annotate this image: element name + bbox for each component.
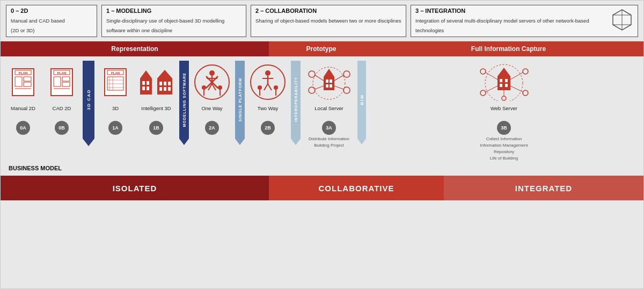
svg-rect-36	[168, 82, 171, 85]
manual-2d-label: Manual 2D	[11, 105, 35, 118]
svg-rect-81	[505, 79, 508, 82]
collaboration-icon-twoway	[249, 63, 287, 101]
two-way-label: Two Way	[258, 105, 279, 118]
stage-3-icon	[611, 9, 633, 31]
local-server-sublabels: Distribute InformationBuilding Project	[309, 136, 349, 149]
prototype-label: Prototype	[306, 45, 336, 53]
interop-bar: INTEROPERABILITY	[291, 61, 301, 139]
svg-text:PLAN: PLAN	[111, 71, 120, 75]
web-server-icon-area	[479, 61, 530, 104]
one-way-icon-area	[193, 61, 231, 104]
svg-line-72	[315, 86, 324, 89]
local-server-icon-area	[306, 61, 352, 104]
category-bars: Representation Prototype Full Informatio…	[1, 41, 643, 56]
svg-point-90	[523, 90, 528, 96]
main-container: 0 – 2D Manual and CAD based(2D or 3D) 1 …	[0, 0, 644, 289]
svg-line-76	[334, 86, 343, 89]
isolated-label: ISOLATED	[113, 184, 157, 193]
svg-point-71	[309, 87, 315, 93]
stage-1-box: 1 – MODELLING Single-disciplinary use of…	[101, 5, 246, 37]
svg-rect-31	[147, 86, 149, 90]
modelling-sw-label: MODELLING SOFTWARE	[182, 73, 186, 127]
network-icon-localserver	[306, 63, 352, 101]
cad-2d-item: PLAN CAD 2D 0B	[42, 61, 81, 135]
svg-rect-66	[330, 80, 332, 83]
intelligent-3d-icon-area	[139, 61, 174, 104]
svg-point-69	[309, 71, 315, 77]
single-platform-arrow	[235, 139, 245, 145]
collaboration-icon-oneway	[193, 63, 231, 101]
stage-1-title: 1 – MODELLING	[106, 8, 241, 14]
bim-bar-container: BIM	[356, 61, 368, 155]
svg-rect-80	[500, 79, 502, 82]
integrated-bar: INTEGRATED	[444, 176, 643, 200]
isolated-bar: ISOLATED	[1, 176, 269, 200]
plan-icon-cad2d: PLAN	[50, 68, 73, 96]
svg-marker-79	[497, 68, 510, 76]
svg-rect-39	[168, 87, 171, 91]
3d-cad-bar: 3D CAD	[83, 61, 94, 139]
svg-rect-83	[505, 84, 508, 87]
stage-3-title: 3 – INTEGRATION	[415, 8, 608, 14]
svg-rect-78	[497, 76, 510, 90]
single-platform-bar: SINGLE PLATFORM	[235, 61, 245, 139]
svg-text:PLAN: PLAN	[19, 71, 27, 75]
svg-point-88	[523, 69, 528, 74]
local-server-badge: 3A	[322, 121, 336, 135]
manual-2d-badge: 0A	[16, 121, 30, 135]
svg-point-84	[480, 69, 486, 74]
svg-rect-33	[157, 78, 172, 95]
full-info-label: Full Information Capture	[471, 45, 546, 53]
business-model-label: BUSINESS MODEL	[9, 165, 62, 171]
intelligent-3d-badge: 1B	[149, 121, 163, 135]
svg-marker-64	[324, 69, 334, 77]
stage-1-desc: Single-disciplinary use of object-based …	[106, 18, 224, 33]
svg-marker-40	[157, 70, 172, 78]
two-way-badge: 2B	[261, 121, 275, 135]
network-icon-webserver	[479, 63, 530, 101]
3d-label: 3D	[112, 105, 119, 118]
svg-rect-63	[324, 77, 334, 90]
building-icon-intelligent3d	[139, 68, 174, 97]
modelling-sw-bar-container: MODELLING SOFTWARE	[178, 61, 191, 155]
representation-label: Representation	[111, 45, 158, 53]
svg-point-86	[480, 90, 486, 96]
prototype-bar: Prototype	[269, 41, 374, 56]
stage-0-desc: Manual and CAD based(2D or 3D)	[11, 18, 65, 33]
plan-icon-3d: PLAN	[104, 68, 127, 96]
modelling-sw-arrow	[179, 139, 189, 145]
svg-line-70	[315, 75, 324, 81]
svg-point-54	[265, 70, 270, 76]
svg-rect-28	[142, 81, 145, 85]
representation-bar: Representation	[1, 41, 269, 56]
svg-rect-30	[142, 86, 145, 90]
single-platform-label: SINGLE PLATFORM	[238, 78, 242, 121]
svg-point-47	[202, 85, 206, 90]
svg-rect-67	[326, 84, 328, 88]
interop-label: INTEROPERABILITY	[294, 77, 298, 122]
full-info-bar: Full Information Capture	[374, 41, 643, 56]
stage-2-desc: Sharing of object-based models between t…	[255, 18, 401, 24]
stage-headers: 0 – 2D Manual and CAD based(2D or 3D) 1 …	[1, 1, 643, 41]
single-platform-bar-container: SINGLE PLATFORM	[233, 61, 246, 155]
manual-2d-item: PLAN Manual 2D 0A	[4, 61, 42, 135]
manual-2d-icon-area: PLAN	[12, 61, 34, 104]
bim-bar: BIM	[357, 61, 366, 139]
intelligent-3d-item: Intelligent 3D 1B	[135, 61, 178, 135]
cad-2d-icon-area: PLAN	[50, 61, 73, 104]
business-model-row: BUSINESS MODEL	[1, 162, 643, 174]
stage-2-title: 2 – COLLABORATION	[255, 8, 401, 14]
svg-point-92	[502, 96, 506, 100]
web-server-badge: 3B	[497, 121, 511, 135]
cad-2d-badge: 0B	[55, 121, 69, 135]
svg-point-42	[209, 70, 215, 76]
svg-line-58	[268, 84, 272, 90]
3d-cad-bar-container: 3D CAD	[81, 61, 96, 155]
svg-line-85	[486, 73, 497, 80]
collaborative-label: COLLABORATIVE	[318, 184, 394, 193]
cad-2d-label: CAD 2D	[53, 105, 71, 118]
stage-3-box: 3 – INTEGRATION Integration of several m…	[411, 5, 638, 37]
web-server-item: Web Server 3B Collect InformationInforma…	[368, 61, 640, 162]
stage-2-box: 2 – COLLABORATION Sharing of object-base…	[251, 5, 406, 37]
3d-badge: 1A	[108, 121, 122, 135]
